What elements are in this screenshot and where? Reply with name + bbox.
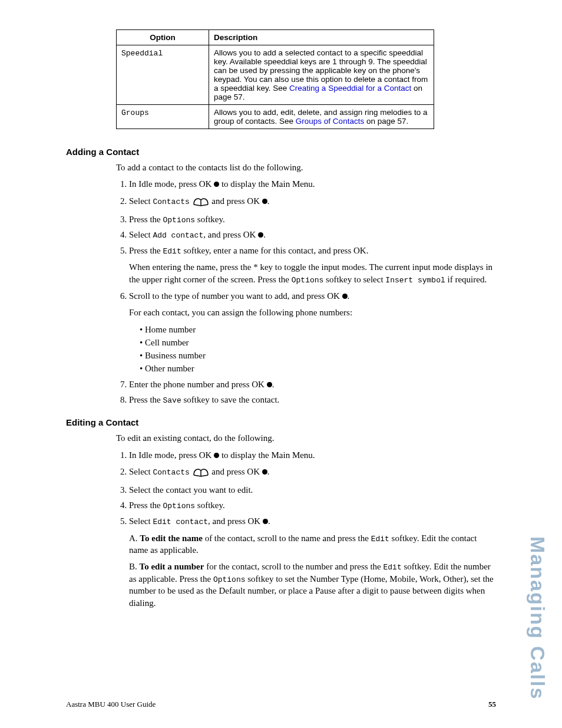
table-row: Groups Allows you to add, edit, delete, …	[117, 105, 434, 129]
step: Select Add contact, and press OK .	[129, 229, 496, 241]
editing-steps: In Idle mode, press OK to display the Ma…	[116, 449, 496, 609]
ok-dot-icon	[262, 199, 267, 204]
heading-adding: Adding a Contact	[66, 147, 496, 157]
page-footer: Aastra MBU 400 User Guide 55	[66, 700, 496, 709]
step: Press the Edit softkey, enter a name for…	[129, 245, 496, 285]
table-row: Speeddial Allows you to add a selected c…	[117, 45, 434, 105]
list-item: Cell number	[140, 337, 496, 348]
intro-text: To edit an existing contact, do the foll…	[116, 432, 496, 444]
step: Press the Save softkey to save the conta…	[129, 394, 496, 406]
intro-text: To add a contact to the contacts list do…	[116, 162, 496, 173]
step: Select the contact you want to edit.	[129, 484, 496, 496]
opt-name: Groups	[121, 108, 149, 117]
step: Press the Options softkey.	[129, 499, 496, 512]
footer-title: Aastra MBU 400 User Guide	[66, 700, 156, 709]
opt-name: Speeddial	[121, 49, 163, 58]
link-speeddial[interactable]: Creating a Speeddial for a Contact	[289, 84, 411, 93]
list-item: Other number	[140, 363, 496, 374]
page-content: Option Description Speeddial Allows you …	[0, 0, 562, 649]
link-groups[interactable]: Groups of Contacts	[296, 117, 364, 126]
list-item: Home number	[140, 324, 496, 335]
editing-block: To edit an existing contact, do the foll…	[116, 432, 496, 608]
ok-dot-icon	[262, 469, 267, 475]
substep-a: A. To edit the name of the contact, scro…	[129, 532, 496, 556]
options-table: Option Description Speeddial Allows you …	[116, 29, 434, 129]
step: In Idle mode, press OK to display the Ma…	[129, 178, 496, 190]
step: Enter the phone number and press OK .	[129, 378, 496, 390]
contacts-icon	[192, 194, 210, 210]
step: Select Contacts and press OK .	[129, 465, 496, 480]
opt-desc: Allows you to add, edit, delete, and ass…	[209, 105, 434, 129]
ok-dot-icon	[263, 519, 268, 524]
adding-steps: In Idle mode, press OK to display the Ma…	[116, 178, 496, 406]
list-item: Business number	[140, 350, 496, 361]
opt-desc: Allows you to add a selected contact to …	[209, 45, 434, 105]
ok-dot-icon	[342, 294, 348, 299]
th-desc: Description	[209, 30, 434, 45]
step: Select Contacts and press OK .	[129, 194, 496, 210]
ok-dot-icon	[214, 182, 219, 187]
th-option: Option	[117, 30, 209, 45]
section-tab: Managing Calls	[526, 536, 549, 700]
ok-dot-icon	[258, 232, 263, 238]
step: Scroll to the type of number you want to…	[129, 290, 496, 375]
ok-dot-icon	[267, 382, 272, 387]
step: In Idle mode, press OK to display the Ma…	[129, 449, 496, 461]
step: Press the Options softkey.	[129, 213, 496, 226]
contacts-icon	[192, 465, 210, 480]
number-types: Home number Cell number Business number …	[131, 324, 496, 375]
step: Select Edit contact, and press OK . A. T…	[129, 515, 496, 609]
ok-dot-icon	[214, 453, 219, 458]
substep-b: B. To edit a number for the contact, scr…	[129, 561, 496, 609]
page-number: 55	[488, 700, 496, 709]
heading-editing: Editing a Contact	[66, 417, 496, 427]
adding-block: To add a contact to the contacts list do…	[116, 162, 496, 406]
